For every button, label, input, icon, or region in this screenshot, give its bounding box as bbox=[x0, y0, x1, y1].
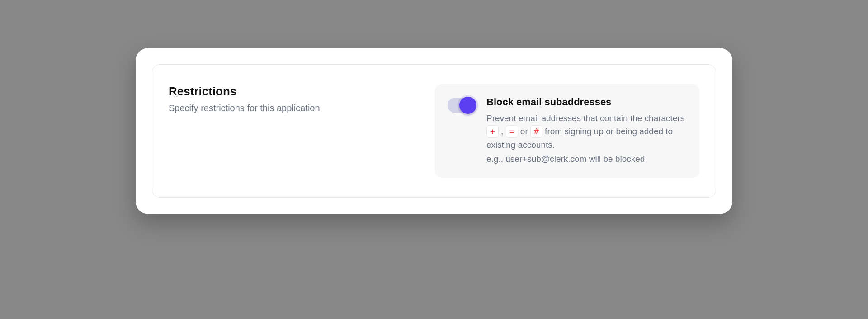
toggle-block-subaddresses[interactable] bbox=[448, 98, 476, 113]
setting-content: Block email subaddresses Prevent email a… bbox=[486, 96, 687, 166]
restrictions-panel: Restrictions Specify restrictions for th… bbox=[152, 64, 716, 198]
section-subtitle: Specify restrictions for this applicatio… bbox=[169, 103, 417, 113]
setting-title: Block email subaddresses bbox=[486, 96, 687, 108]
desc-sep1: , bbox=[499, 127, 506, 136]
settings-card: Restrictions Specify restrictions for th… bbox=[136, 48, 732, 214]
char-badge-plus: + bbox=[486, 125, 499, 137]
setting-description: Prevent email addresses that contain the… bbox=[486, 112, 687, 166]
toggle-knob bbox=[459, 97, 476, 114]
section-title: Restrictions bbox=[169, 84, 417, 99]
settings-list: Block email subaddresses Prevent email a… bbox=[435, 84, 699, 178]
desc-sep2: or bbox=[518, 127, 530, 136]
section-header: Restrictions Specify restrictions for th… bbox=[169, 84, 417, 113]
char-badge-hash: # bbox=[530, 125, 542, 137]
setting-block-subaddresses: Block email subaddresses Prevent email a… bbox=[435, 84, 699, 178]
desc-example: e.g., user+sub@clerk.com will be blocked… bbox=[486, 152, 687, 165]
desc-prefix: Prevent email addresses that contain the… bbox=[486, 113, 684, 123]
char-badge-equals: = bbox=[506, 125, 518, 137]
